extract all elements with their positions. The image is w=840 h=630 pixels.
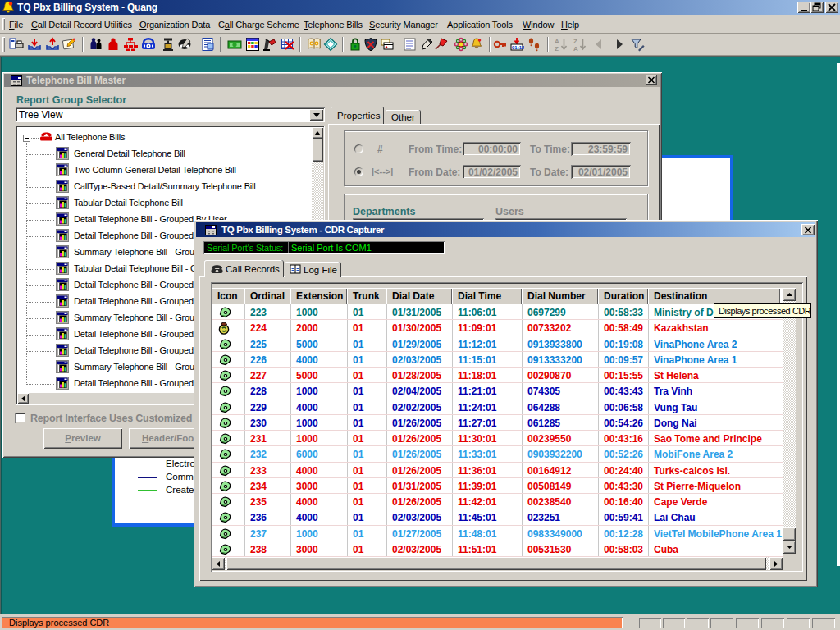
svg-text:A: A (573, 45, 578, 52)
svg-text:A: A (555, 38, 559, 45)
svg-text:01:12: 01:12 (512, 45, 524, 50)
svg-text:Z: Z (573, 38, 578, 45)
svg-text:Z: Z (555, 45, 559, 52)
